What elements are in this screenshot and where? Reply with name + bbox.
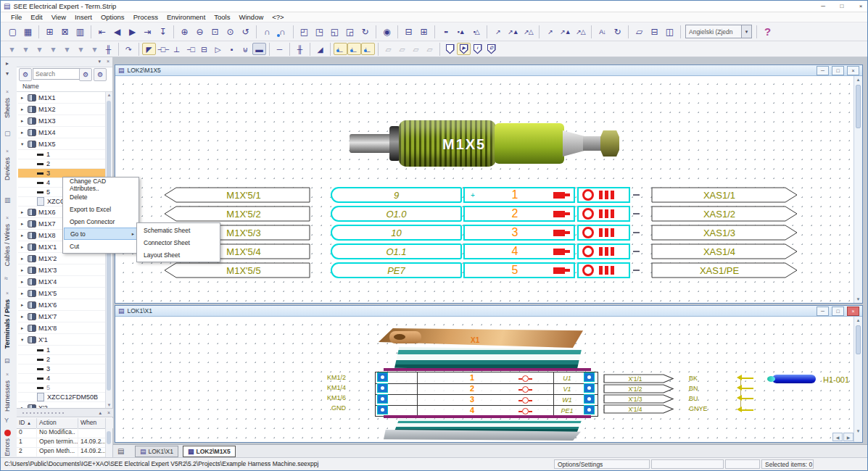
expand-arrow-icon[interactable]: ▸ bbox=[21, 118, 28, 124]
symbol-arrow-icon[interactable]: ▷ bbox=[211, 43, 225, 55]
tree-item-x-1[interactable]: ▾X'1 bbox=[18, 334, 107, 346]
magnet-insert-icon[interactable]: ∩ bbox=[275, 25, 290, 39]
terminal-label-left[interactable]: M1X'5/2 bbox=[164, 206, 310, 222]
seal-cell[interactable] bbox=[577, 243, 630, 259]
seal-cell[interactable] bbox=[577, 262, 630, 278]
shade-ne-icon[interactable]: ◳ bbox=[312, 25, 327, 39]
doc2-canvas[interactable]: X1 KM1/2 KM1/4 KM1/6 GND 1 bbox=[115, 317, 862, 442]
expand-arrow-icon[interactable]: ▸ bbox=[21, 233, 28, 238]
doc-tab-lok1-x1[interactable]: ▤ LOK1\X1 bbox=[135, 446, 178, 457]
minimize-button[interactable]: ─ bbox=[815, 1, 831, 12]
tree-item-x1-pin-2[interactable]: 2 bbox=[18, 355, 107, 364]
save-icon[interactable]: ▦ bbox=[20, 25, 36, 39]
insert-connection-2-icon[interactable]: ∟ bbox=[347, 43, 361, 55]
tree-item-m1x4[interactable]: ▸M1X4 bbox=[18, 127, 107, 138]
tree-item-m1x-2[interactable]: ▸M1X'2 bbox=[18, 253, 107, 264]
expand-arrow-icon[interactable]: ▸ bbox=[21, 244, 28, 250]
terminal-label-right[interactable]: XAS1/3 bbox=[651, 225, 798, 241]
terminal-row-3[interactable]: M1X'5/3 10 3 XAS1/3 bbox=[115, 225, 862, 241]
doc1-vertical-scrollbar[interactable]: ▲ ▼ bbox=[853, 76, 862, 303]
device-pin-label[interactable]: GND bbox=[320, 404, 346, 412]
history-collapse-icon[interactable]: ▴ bbox=[99, 410, 102, 416]
menu-process[interactable]: Process bbox=[129, 13, 162, 21]
wire-up-icon[interactable]: ↗▲ bbox=[505, 25, 521, 39]
filter-all-icon[interactable]: ▼ bbox=[5, 43, 19, 55]
terminal-pin-cell[interactable] bbox=[377, 394, 388, 404]
filter-devices-icon[interactable]: ▼ bbox=[33, 43, 46, 55]
device-pin-label[interactable]: KM1/6 bbox=[320, 394, 346, 401]
history-row[interactable]: 0No Modifica.. bbox=[17, 428, 107, 438]
protection-run-shield-icon[interactable]: ▶ bbox=[457, 43, 471, 55]
last-sheet-icon[interactable]: ⇥ bbox=[140, 25, 155, 39]
tree-item-x1-part[interactable]: XZCC12FDM50B bbox=[18, 393, 107, 402]
expand-arrow-icon[interactable]: ▸ bbox=[21, 302, 28, 308]
insert-connection-1-icon[interactable]: ∟ bbox=[334, 43, 347, 55]
terminal-row-1[interactable]: M1X'5/1 9 +1 XAS1/1 bbox=[115, 187, 862, 203]
symbol-clamp-icon[interactable]: ⊎ bbox=[239, 43, 252, 55]
seal-cell[interactable] bbox=[577, 206, 630, 222]
close-cables-tab-icon[interactable]: × bbox=[6, 215, 9, 220]
symbol-bar-icon[interactable]: ▬ bbox=[252, 43, 266, 55]
terminal-insert-icon[interactable]: ▪▪ bbox=[438, 25, 453, 39]
expand-arrow-icon[interactable]: ▸ bbox=[21, 279, 28, 285]
filter-harness-icon[interactable]: ▼ bbox=[88, 43, 102, 55]
doc2-titlebar[interactable]: ▤ LOK1\X1 ─ □ × bbox=[115, 306, 862, 317]
first-sheet-icon[interactable]: ⇤ bbox=[94, 25, 109, 39]
tree-item-x1-pin-5[interactable]: 5 bbox=[18, 383, 107, 393]
tree-item-pin-2[interactable]: 2 bbox=[18, 159, 107, 169]
expand-arrow-icon[interactable]: ▸ bbox=[21, 209, 28, 215]
tree-item-m1x-6[interactable]: ▸M1X'6 bbox=[18, 299, 107, 311]
terminal-label-right[interactable]: XAS1/PE bbox=[651, 262, 798, 278]
terminal-pin-cell[interactable] bbox=[584, 383, 595, 393]
expand-arrow-icon[interactable]: ▸ bbox=[21, 256, 28, 262]
expand-arrow-icon[interactable]: ▸ bbox=[21, 95, 28, 101]
tree-item-m1x3[interactable]: ▸M1X3 bbox=[18, 115, 107, 127]
terminal-label-left[interactable]: M1X'5/1 bbox=[164, 187, 310, 203]
terminal-row-5[interactable]: M1X'5/5 PE7 5 XAS1/PE bbox=[115, 262, 862, 278]
menu-item-cut[interactable]: Cut bbox=[64, 240, 138, 252]
zoom-out-icon[interactable]: ⊖ bbox=[192, 25, 207, 39]
protection-info-shield-icon[interactable]: i bbox=[471, 43, 484, 55]
doc2-close-button[interactable]: × bbox=[847, 307, 859, 316]
magnet-icon[interactable]: ∩ bbox=[260, 25, 275, 39]
connector-generate-icon[interactable]: ⊞ bbox=[416, 25, 431, 39]
wire-name-cell[interactable]: 10 bbox=[331, 225, 462, 241]
sheet-list-icon[interactable]: ▤ bbox=[117, 447, 124, 455]
wire-free-icon[interactable]: ↗△ bbox=[521, 25, 536, 39]
history-row[interactable]: 1Open termin...14.09.2... bbox=[17, 438, 107, 448]
ruler-icon[interactable]: ╫ bbox=[102, 43, 115, 55]
terminal-pin-cell[interactable] bbox=[377, 372, 388, 382]
menu-help[interactable]: <?> bbox=[268, 13, 288, 21]
menu-item-open-connector[interactable]: Open Connector bbox=[64, 215, 138, 228]
terminal-up-icon[interactable]: ▪▲ bbox=[453, 25, 468, 39]
tree-item-m1x-7[interactable]: ▸M1X'7 bbox=[18, 311, 107, 322]
scroll-down-icon[interactable]: ▼ bbox=[854, 297, 862, 301]
scroll-left-icon[interactable]: ◀ bbox=[832, 433, 843, 441]
new-sheet-icon[interactable]: ▢ bbox=[5, 25, 20, 39]
help-icon[interactable]: ? bbox=[760, 25, 775, 39]
doc1-maximize-button[interactable]: □ bbox=[832, 66, 844, 75]
doc2-vertical-scrollbar[interactable]: ▲ ▼ bbox=[853, 317, 862, 442]
tree-item-x-2[interactable]: ▸X'2 bbox=[18, 402, 107, 408]
destination-label[interactable]: X'1/4 bbox=[603, 404, 674, 414]
menu-insert[interactable]: Insert bbox=[70, 13, 96, 21]
submenu-item-schematic-sheet[interactable]: Schematic Sheet bbox=[138, 224, 219, 236]
filter-sheets-icon[interactable]: ▼ bbox=[19, 43, 33, 55]
sidebar-tab-errors[interactable]: Errors bbox=[4, 438, 11, 457]
expand-arrow-icon[interactable]: ▸ bbox=[21, 221, 28, 227]
maximize-button[interactable]: □ bbox=[834, 1, 850, 12]
menu-tools[interactable]: Tools bbox=[210, 13, 234, 21]
terminal-label-left[interactable]: M1X'5/5 bbox=[164, 262, 310, 278]
wire-name-cell[interactable]: PE7 bbox=[331, 262, 462, 278]
cable-up-icon[interactable]: ↗▲ bbox=[558, 25, 573, 39]
menu-item-change-cad-attributes[interactable]: Change CAD Attributes.. bbox=[64, 178, 138, 191]
menu-item-go-to[interactable]: Go to▸ bbox=[64, 228, 138, 240]
scroll-up-icon[interactable]: ▲ bbox=[106, 93, 112, 97]
previous-sheet-icon[interactable]: ◀ bbox=[109, 25, 125, 39]
collapse-arrow-icon[interactable]: ▾ bbox=[21, 337, 28, 343]
scroll-down-icon[interactable]: ▼ bbox=[854, 429, 862, 433]
doc1-canvas[interactable]: M1X5 M1X'5/1 9 +1 XAS1/1 M1X'5/2 O1.0 2 bbox=[115, 76, 862, 303]
history-close-icon[interactable]: × bbox=[107, 410, 110, 415]
doc2-maximize-button[interactable]: □ bbox=[832, 307, 844, 316]
tree-item-pin-1[interactable]: 1 bbox=[18, 150, 107, 159]
